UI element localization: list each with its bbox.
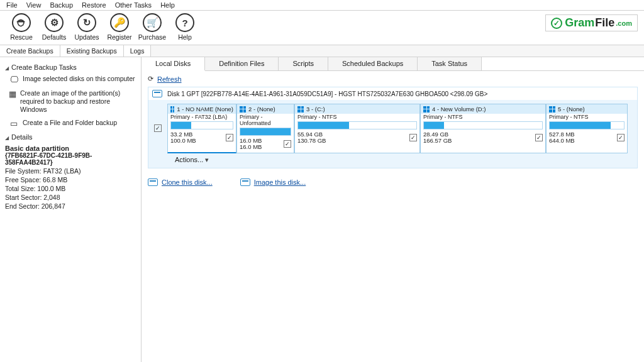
partition-1[interactable]: 1 - NO NAME (None)Primary - FAT32 (LBA)3… [167,104,236,153]
partition-5[interactable]: 5 - (None)Primary - NTFS527.8 MB644.0 MB… [546,104,628,153]
partition-subtitle: Primary - NTFS [295,114,419,120]
details-block: Basic data partition {7FB6821F-67DC-421B… [5,145,136,210]
menu-view[interactable]: View [26,1,42,9]
right-panel: Local Disks Definition Files Scripts Sch… [142,57,644,362]
register-label: Register [107,33,131,41]
defaults-label: Defaults [42,33,67,41]
partition-sizes: 28.49 GB166.57 GB [423,131,452,145]
partition-header: 5 - (None) [547,104,627,114]
partition-4[interactable]: 4 - New Volume (D:)Primary - NTFS28.49 G… [420,104,546,153]
menu-backup[interactable]: Backup [50,1,73,9]
hdd-arrow-icon [240,178,250,186]
brand-suffix: .com [616,19,632,27]
main-area: Create Backup Tasks 🖵 Image selected dis… [0,57,644,362]
rescue-button[interactable]: ⛑ Rescue [5,13,38,41]
partition-title: 2 - (None) [248,106,275,112]
view-tabs: Local Disks Definition Files Scripts Sch… [142,57,644,71]
monitor-icon: 🖵 [9,75,19,84]
partition-subtitle: Primary - NTFS [421,114,545,120]
windows-icon [170,106,174,112]
partition-3[interactable]: 3 - (C:)Primary - NTFS55.94 GB130.78 GB✓ [294,104,420,153]
menu-help[interactable]: Help [160,1,175,9]
tab-definition-files[interactable]: Definition Files [205,57,279,70]
brand-logo: ✓ GramFile.com [545,14,638,31]
windows-icon [240,106,246,112]
partition-subtitle: Primary - Unformatted [237,114,294,126]
partition-sizes: 527.8 MB644.0 MB [549,131,575,145]
usage-bar [240,128,291,136]
menu-restore[interactable]: Restore [82,1,106,9]
menu-other-tasks[interactable]: Other Tasks [115,1,152,9]
usage-bar [549,121,625,129]
tab-scheduled-backups[interactable]: Scheduled Backups [328,57,418,70]
help-label: Help [178,33,192,41]
disk-1-block: Disk 1 GPT [922FB778-A14E-4AE1-A961-31A0… [148,87,638,168]
disk-body: ✓ 1 - NO NAME (None)Primary - FAT32 (LBA… [148,100,637,155]
detail-start-sector: Start Sector: 2,048 [5,194,136,201]
task-label: Image selected disks on this computer [23,75,135,83]
partition-guid: {7FB6821F-67DC-421B-9F9B-358FAA4B2417} [5,152,136,166]
details-heading[interactable]: Details [5,133,136,141]
refresh-link[interactable]: Refresh [157,75,182,83]
disk-select-checkbox[interactable]: ✓ [151,104,165,153]
detail-filesystem: File System: FAT32 (LBA) [5,167,136,175]
register-button[interactable]: 🔑 Register [103,13,136,41]
disk-actions-dropdown[interactable]: Actions... [148,155,637,168]
detail-end-sector: End Sector: 206,847 [5,202,136,210]
task-image-selected-disks[interactable]: 🖵 Image selected disks on this computer [9,75,136,84]
left-panel: Create Backup Tasks 🖵 Image selected dis… [0,57,142,362]
task-label: Create an image of the partition(s) requ… [20,89,136,114]
windows-icon: ▦ [9,89,16,99]
rescue-label: Rescue [10,33,33,41]
tab-existing-backups[interactable]: Existing Backups [60,45,124,57]
usage-bar [297,121,417,129]
primary-tabs: Create Backups Existing Backups Logs [0,45,644,57]
purchase-label: Purchase [138,33,166,41]
partition-title: 5 - (None) [558,106,585,112]
partition-title: 3 - (C:) [306,106,325,112]
partition-title: 4 - New Volume (D:) [432,106,486,112]
image-disk-link[interactable]: Image this disk... [254,178,306,186]
updates-button[interactable]: ↻ Updates [70,13,103,41]
disk-links-row: Clone this disk... Image this disk... [142,173,644,191]
purchase-button[interactable]: 🛒 Purchase [136,13,169,41]
tab-scripts[interactable]: Scripts [279,57,328,70]
tab-create-backups[interactable]: Create Backups [0,45,60,57]
clone-disk-link[interactable]: Clone this disk... [162,178,213,186]
partition-subtitle: Primary - FAT32 (LBA) [168,114,236,120]
partition-header: 2 - (None) [237,104,294,114]
partition-sizes: 55.94 GB130.78 GB [297,131,326,145]
menu-file[interactable]: File [6,1,18,9]
disk-header-text: Disk 1 GPT [922FB778-A14E-4AE1-A961-31A0… [167,90,487,97]
partition-checkbox[interactable]: ✓ [409,134,417,141]
partition-2[interactable]: 2 - (None)Primary - Unformatted16.0 MB16… [236,104,294,153]
task-file-folder-backup[interactable]: ▭ Create a File and Folder backup [9,119,136,128]
tab-local-disks[interactable]: Local Disks [142,57,205,71]
refresh-row: ⟳ Refresh [142,71,644,87]
partition-title: Basic data partition [5,145,136,152]
partition-title: 1 - NO NAME (None) [177,106,233,112]
updates-label: Updates [74,33,99,41]
partition-strip: 1 - NO NAME (None)Primary - FAT32 (LBA)3… [167,104,635,153]
tab-task-status[interactable]: Task Status [418,57,482,70]
windows-icon [549,106,555,112]
task-image-windows-partitions[interactable]: ▦ Create an image of the partition(s) re… [9,89,136,114]
usage-bar [170,121,233,129]
brand-text-2: File [595,16,614,30]
usage-bar [423,121,543,129]
defaults-button[interactable]: ⚙ Defaults [38,13,70,41]
globe-icon: ✓ [551,18,562,29]
partition-checkbox[interactable]: ✓ [226,134,233,141]
detail-total-size: Total Size: 100.0 MB [5,185,136,192]
brand-text-1: Gram [565,16,594,30]
partition-checkbox[interactable]: ✓ [535,134,543,141]
main-toolbar: ⛑ Rescue ⚙ Defaults ↻ Updates 🔑 Register… [0,11,644,45]
tab-logs[interactable]: Logs [124,45,152,57]
create-tasks-heading[interactable]: Create Backup Tasks [5,63,136,71]
detail-free-space: Free Space: 66.8 MB [5,176,136,184]
windows-icon [423,106,430,112]
menu-bar: File View Backup Restore Other Tasks Hel… [0,0,644,11]
partition-checkbox[interactable]: ✓ [284,140,291,148]
help-button[interactable]: ? Help [169,13,201,41]
partition-checkbox[interactable]: ✓ [617,134,625,141]
